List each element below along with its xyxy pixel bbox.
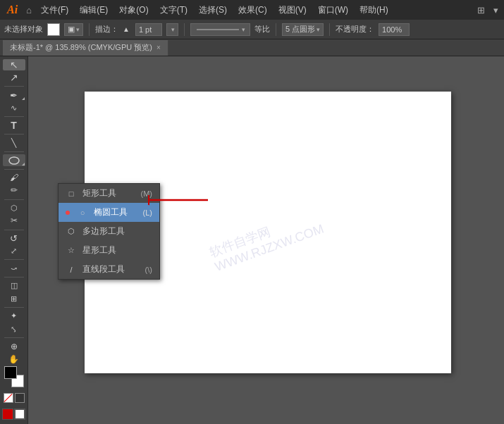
direct-selection-tool[interactable]: ↗ xyxy=(3,72,25,83)
flyout-rectangle-tool[interactable]: □ 矩形工具 (M) xyxy=(59,184,159,203)
tool-separator-8 xyxy=(4,259,24,260)
menu-text[interactable]: 文字(T) xyxy=(155,1,192,19)
type-tool[interactable]: T xyxy=(3,120,25,131)
curvature-icon: ∿ xyxy=(11,104,17,113)
menu-effects[interactable]: 效果(C) xyxy=(233,1,272,19)
pen-tool[interactable]: ✒ xyxy=(3,89,25,101)
scissors-tool[interactable]: ✂ xyxy=(3,215,25,226)
scale-tool[interactable]: ⤢ xyxy=(3,245,25,256)
document-tab[interactable]: 未标题-1* @ 135.89% (CMYK/GPU 预览) × xyxy=(3,40,168,56)
shape-subtool-indicator xyxy=(22,163,25,166)
rotate-tool[interactable]: ↺ xyxy=(3,232,25,244)
menu-help[interactable]: 帮助(H) xyxy=(355,1,393,19)
curvature-tool[interactable]: ∿ xyxy=(3,102,25,113)
hand-tool[interactable]: ✋ xyxy=(3,354,25,365)
measure-tool[interactable]: ⤣ xyxy=(3,323,25,335)
separator-1 xyxy=(89,23,90,36)
stroke-fill-mini xyxy=(2,409,25,420)
canvas-area[interactable]: □ 矩形工具 (M) ○ 椭圆工具 (L) ⬡ 多边形工具 xyxy=(28,56,504,424)
hand-icon: ✋ xyxy=(8,354,19,364)
panel-icon[interactable]: ⊞ xyxy=(473,5,489,15)
flyout-item-left-rect: □ 矩形工具 xyxy=(66,187,116,199)
tab-bar: 未标题-1* @ 135.89% (CMYK/GPU 预览) × xyxy=(0,39,504,56)
fill-swatch[interactable] xyxy=(47,23,60,36)
tool-separator-9 xyxy=(4,277,24,278)
fill-dropdown[interactable]: ▣▾ xyxy=(64,23,83,36)
shape-tool-flyout: □ 矩形工具 (M) ○ 椭圆工具 (L) ⬡ 多边形工具 xyxy=(58,183,160,280)
rectangle-label: 矩形工具 xyxy=(82,187,116,199)
ellipse-icon xyxy=(8,156,20,165)
scale-icon: ⤢ xyxy=(11,247,17,256)
options-bar: 未选择对象 ▣▾ 描边： ▲ 1 pt ▾ ▾ 等比 5 点圆形 ▾ 不透明度：… xyxy=(0,20,504,39)
ellipse-shortcut: (L) xyxy=(143,208,152,217)
paintbrush-icon: 🖌 xyxy=(10,173,18,182)
line-tool[interactable]: ╲ xyxy=(3,137,25,149)
color-swatches[interactable] xyxy=(3,366,25,387)
ellipse-flyout-icon: ○ xyxy=(77,208,88,217)
menu-object[interactable]: 对象(O) xyxy=(114,1,153,19)
color-mode-swatch[interactable] xyxy=(15,393,25,403)
tool-separator-3 xyxy=(4,134,24,135)
eraser-icon: ⬡ xyxy=(11,204,18,213)
foreground-color-swatch[interactable] xyxy=(4,366,17,379)
paintbrush-tool[interactable]: 🖌 xyxy=(3,172,25,183)
tool-separator-11 xyxy=(4,337,24,338)
rotate-icon: ↺ xyxy=(10,233,18,244)
separator-3 xyxy=(276,23,276,36)
warp-icon: ⤻ xyxy=(11,264,17,273)
opacity-label: 不透明度： xyxy=(336,24,374,35)
flyout-line-tool[interactable]: / 直线段工具 (\) xyxy=(59,260,159,279)
callout-arrow xyxy=(148,194,211,208)
gradient-tool[interactable]: ◫ xyxy=(3,280,25,292)
arrow-svg xyxy=(148,194,211,206)
svg-point-0 xyxy=(9,157,19,164)
line-style-preview[interactable]: ▾ xyxy=(190,23,250,36)
flyout-polygon-tool[interactable]: ⬡ 多边形工具 xyxy=(59,222,159,241)
stroke-input[interactable]: 1 pt xyxy=(135,23,162,36)
eyedropper-tool[interactable]: ✦ xyxy=(3,311,25,322)
opacity-input[interactable]: 100% xyxy=(379,23,410,36)
mesh-tool[interactable]: ⊞ xyxy=(3,293,25,304)
zoom-icon: ⊕ xyxy=(11,342,18,351)
style-dropdown[interactable]: 5 点圆形 ▾ xyxy=(282,23,324,36)
polygon-label: 多边形工具 xyxy=(82,225,125,237)
home-icon[interactable]: ⌂ xyxy=(23,5,35,15)
tool-separator-10 xyxy=(4,307,24,308)
direct-selection-icon: ↗ xyxy=(10,72,18,83)
flyout-star-tool[interactable]: ☆ 星形工具 xyxy=(59,241,159,260)
menu-view[interactable]: 视图(V) xyxy=(273,1,312,19)
tool-separator-2 xyxy=(4,116,24,117)
tab-label: 未标题-1* @ 135.89% (CMYK/GPU 预览) xyxy=(10,42,152,53)
flyout-item-left-line: / 直线段工具 xyxy=(66,263,125,275)
stroke-up-icon[interactable]: ▲ xyxy=(123,25,130,33)
mesh-icon: ⊞ xyxy=(11,294,17,304)
dropdown-icon[interactable]: ▾ xyxy=(491,5,501,15)
fill-mini-swatch[interactable] xyxy=(2,409,13,420)
tool-separator-6 xyxy=(4,199,24,200)
subtool-indicator xyxy=(22,97,25,100)
shape-tool[interactable] xyxy=(3,154,25,166)
ellipse-label: 椭圆工具 xyxy=(94,206,128,218)
app-logo: Ai xyxy=(3,4,22,16)
menu-select[interactable]: 选择(S) xyxy=(194,1,232,19)
selection-tool[interactable]: ↖ xyxy=(3,59,25,70)
menu-file[interactable]: 文件(F) xyxy=(36,1,73,19)
flyout-ellipse-tool[interactable]: ○ 椭圆工具 (L) xyxy=(59,203,159,222)
stroke-dropdown[interactable]: ▾ xyxy=(166,23,178,36)
separator-2 xyxy=(184,23,185,36)
warp-tool[interactable]: ⤻ xyxy=(3,263,25,274)
eraser-tool[interactable]: ⬡ xyxy=(3,202,25,213)
tab-close-button[interactable]: × xyxy=(156,44,161,51)
rectangle-icon: □ xyxy=(66,189,77,198)
menu-edit[interactable]: 编辑(E) xyxy=(75,1,113,19)
tool-separator-4 xyxy=(4,151,24,152)
separator-4 xyxy=(329,23,330,36)
menu-window[interactable]: 窗口(W) xyxy=(313,1,353,19)
scissors-icon: ✂ xyxy=(11,216,18,225)
none-swatch[interactable] xyxy=(4,393,13,403)
gradient-icon: ◫ xyxy=(11,281,18,290)
zoom-tool[interactable]: ⊕ xyxy=(3,341,25,352)
stroke-mini-swatch[interactable] xyxy=(14,409,25,420)
main-area: ↖ ↗ ✒ ∿ T ╲ 🖌 xyxy=(0,56,504,424)
pencil-tool[interactable]: ✏ xyxy=(3,185,25,196)
